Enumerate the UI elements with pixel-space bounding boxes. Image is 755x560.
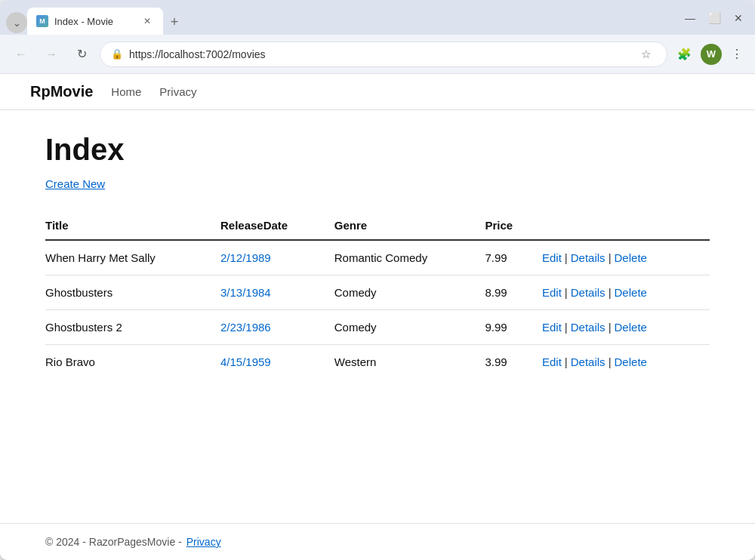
cell-actions: Edit | Details | Delete [542,275,710,310]
active-tab[interactable]: M Index - Movie ✕ [27,8,163,35]
cell-actions: Edit | Details | Delete [542,310,710,345]
nav-link-home[interactable]: Home [111,85,141,98]
cell-genre: Comedy [334,275,485,310]
cell-genre: Western [334,345,485,380]
date-link[interactable]: 2/23/1986 [220,321,271,334]
create-new-link[interactable]: Create New [45,177,105,190]
cell-actions: Edit | Details | Delete [542,240,710,275]
col-price: Price [485,211,542,240]
separator: | [565,321,568,334]
delete-link[interactable]: Delete [615,355,647,368]
tab-favicon: M [36,15,48,27]
maximize-button[interactable]: ⬜ [704,8,725,29]
chevron-down-icon: ⌄ [13,17,21,29]
table-row: Ghostbusters 3/13/1984 Comedy 8.99 Edit … [45,275,710,310]
cell-release-date: 3/13/1984 [220,275,334,310]
window-controls: — ⬜ ✕ [680,8,749,35]
url-bar[interactable]: 🔒 https://localhost:7002/movies ☆ [100,42,667,67]
user-profile-button[interactable]: W [701,44,722,65]
col-release-date: ReleaseDate [220,211,334,240]
close-button[interactable]: ✕ [728,8,749,29]
delete-link[interactable]: Delete [615,251,647,264]
cell-release-date: 2/23/1986 [220,310,334,345]
site-navbar: RpMovie Home Privacy [0,74,755,110]
cell-release-date: 4/15/1959 [220,345,334,380]
cell-genre: Comedy [334,310,485,345]
table-row: Ghostbusters 2 2/23/1986 Comedy 9.99 Edi… [45,310,710,345]
cell-price: 9.99 [485,310,542,345]
cell-title: Rio Bravo [45,345,220,380]
cell-price: 7.99 [485,240,542,275]
table-row: When Harry Met Sally 2/12/1989 Romantic … [45,240,710,275]
page-title: Index [45,133,710,167]
minimize-button[interactable]: — [680,8,701,29]
edit-link[interactable]: Edit [542,321,562,334]
extensions-button[interactable]: 🧩 [673,44,695,65]
cell-title: Ghostbusters 2 [45,310,220,345]
profile-switcher[interactable]: ⌄ [6,12,27,33]
separator: | [565,286,568,299]
separator: | [565,355,568,368]
address-bar: ← → ↻ 🔒 https://localhost:7002/movies ☆ … [0,35,755,74]
date-link[interactable]: 3/13/1984 [220,286,271,299]
separator: | [609,286,612,299]
forward-button[interactable]: → [39,42,63,66]
refresh-button[interactable]: ↻ [69,42,94,66]
tab-close-button[interactable]: ✕ [140,14,154,28]
cell-price: 3.99 [485,345,542,380]
cell-actions: Edit | Details | Delete [542,345,710,380]
bookmark-button[interactable]: ☆ [635,44,656,65]
cell-release-date: 2/12/1989 [220,240,334,275]
page-content: RpMovie Home Privacy Index Create New Ti… [0,74,755,560]
delete-link[interactable]: Delete [615,321,647,334]
col-genre: Genre [334,211,485,240]
footer-privacy-link[interactable]: Privacy [186,536,221,548]
browser-menu-button[interactable]: ⋮ [728,44,746,64]
movies-table: Title ReleaseDate Genre Price When Harry… [45,211,710,379]
table-header-row: Title ReleaseDate Genre Price [45,211,710,240]
cell-price: 8.99 [485,275,542,310]
details-link[interactable]: Details [571,251,606,264]
separator: | [609,355,612,368]
separator: | [565,251,568,264]
site-brand[interactable]: RpMovie [30,83,93,100]
separator: | [609,321,612,334]
cell-title: Ghostbusters [45,275,220,310]
details-link[interactable]: Details [571,355,606,368]
url-text: https://localhost:7002/movies [129,48,629,60]
edit-link[interactable]: Edit [542,251,562,264]
edit-link[interactable]: Edit [542,355,562,368]
col-actions [542,211,710,240]
new-tab-button[interactable]: + [163,11,186,33]
main-content: Index Create New Title ReleaseDate Genre… [0,110,755,523]
cell-genre: Romantic Comedy [334,240,485,275]
cell-title: When Harry Met Sally [45,240,220,275]
delete-link[interactable]: Delete [615,286,647,299]
col-title: Title [45,211,220,240]
details-link[interactable]: Details [571,286,606,299]
lock-icon: 🔒 [111,48,123,60]
details-link[interactable]: Details [571,321,606,334]
date-link[interactable]: 4/15/1959 [220,355,271,368]
edit-link[interactable]: Edit [542,286,562,299]
nav-link-privacy[interactable]: Privacy [159,85,196,98]
separator: | [609,251,612,264]
tab-title: Index - Movie [54,16,113,27]
back-button[interactable]: ← [9,42,33,66]
date-link[interactable]: 2/12/1989 [220,251,271,264]
site-footer: © 2024 - RazorPagesMovie - Privacy [0,523,755,560]
footer-copyright: © 2024 - RazorPagesMovie - [45,536,182,548]
tab-bar: ⌄ M Index - Movie ✕ + — ⬜ ✕ [0,0,755,35]
table-row: Rio Bravo 4/15/1959 Western 3.99 Edit | … [45,345,710,380]
